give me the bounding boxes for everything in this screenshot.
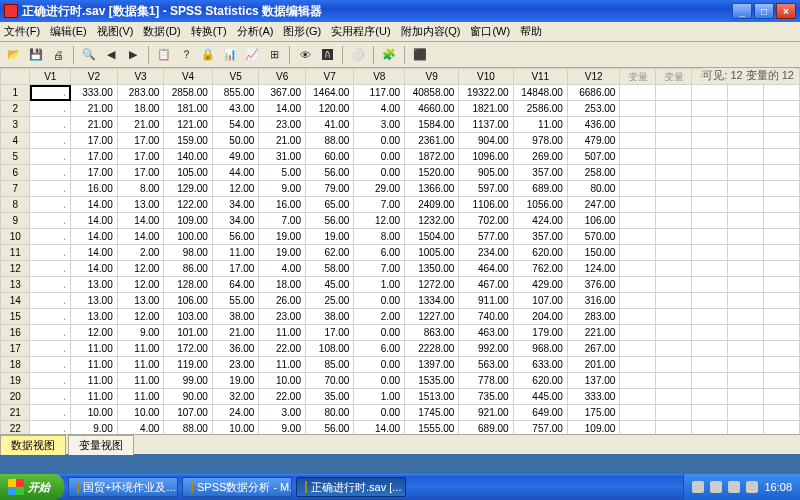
cell[interactable]: 18.00 xyxy=(117,101,164,117)
data-grid[interactable]: V1V2V3V4V5V6V7V8V9V10V11V12变量变量变量变量变量1.3… xyxy=(0,68,800,434)
empty-cell[interactable] xyxy=(763,213,799,229)
cell[interactable]: 757.00 xyxy=(513,421,567,435)
cell[interactable]: 29.00 xyxy=(354,181,405,197)
cell[interactable]: 62.00 xyxy=(306,245,354,261)
cell[interactable]: 253.00 xyxy=(567,101,619,117)
cell[interactable]: 333.00 xyxy=(567,389,619,405)
cell[interactable]: 2586.00 xyxy=(513,101,567,117)
cell[interactable]: 267.00 xyxy=(567,341,619,357)
cell[interactable]: 597.00 xyxy=(459,181,513,197)
cell[interactable]: 333.00 xyxy=(71,85,118,101)
empty-cell[interactable] xyxy=(620,293,656,309)
empty-cell[interactable] xyxy=(692,245,728,261)
empty-cell[interactable] xyxy=(620,405,656,421)
cell[interactable]: 1106.00 xyxy=(459,197,513,213)
cell[interactable]: 1520.00 xyxy=(405,165,459,181)
cell[interactable]: 13.00 xyxy=(71,309,118,325)
cell[interactable]: 1272.00 xyxy=(405,277,459,293)
cell[interactable]: 1096.00 xyxy=(459,149,513,165)
empty-cell[interactable] xyxy=(728,229,764,245)
empty-cell[interactable] xyxy=(763,261,799,277)
empty-cell[interactable] xyxy=(692,421,728,435)
cell[interactable]: 21.00 xyxy=(259,133,306,149)
empty-cell[interactable] xyxy=(620,117,656,133)
cell[interactable]: 49.00 xyxy=(212,149,259,165)
cell[interactable]: 283.00 xyxy=(567,309,619,325)
cell[interactable]: 6686.00 xyxy=(567,85,619,101)
empty-cell[interactable] xyxy=(692,181,728,197)
empty-cell[interactable] xyxy=(728,85,764,101)
row-header[interactable]: 15 xyxy=(1,309,30,325)
maximize-button[interactable]: □ xyxy=(754,3,774,19)
empty-cell[interactable] xyxy=(728,197,764,213)
cell[interactable]: 10.00 xyxy=(117,405,164,421)
empty-cell[interactable] xyxy=(620,277,656,293)
cell[interactable]: 107.00 xyxy=(164,405,212,421)
cell[interactable]: 4.00 xyxy=(354,101,405,117)
empty-cell[interactable] xyxy=(620,341,656,357)
cell[interactable]: 23.00 xyxy=(259,117,306,133)
cell[interactable]: 60.00 xyxy=(306,149,354,165)
cell[interactable]: 367.00 xyxy=(259,85,306,101)
empty-cell[interactable] xyxy=(620,197,656,213)
cell[interactable]: 16.00 xyxy=(71,181,118,197)
empty-cell[interactable] xyxy=(728,101,764,117)
cell[interactable]: . xyxy=(30,373,71,389)
empty-cell[interactable] xyxy=(692,405,728,421)
cell[interactable]: 11.00 xyxy=(71,389,118,405)
row-header[interactable]: 10 xyxy=(1,229,30,245)
cell[interactable]: 34.00 xyxy=(212,197,259,213)
empty-cell[interactable] xyxy=(763,421,799,435)
cell[interactable]: 2409.00 xyxy=(405,197,459,213)
empty-cell[interactable] xyxy=(620,261,656,277)
empty-cell[interactable] xyxy=(692,117,728,133)
empty-cell[interactable] xyxy=(620,181,656,197)
cell[interactable]: . xyxy=(30,421,71,435)
cell[interactable]: 1464.00 xyxy=(306,85,354,101)
cell[interactable]: 649.00 xyxy=(513,405,567,421)
cell[interactable]: 56.00 xyxy=(306,165,354,181)
column-header[interactable]: V7 xyxy=(306,69,354,85)
empty-cell[interactable] xyxy=(620,165,656,181)
empty-cell[interactable] xyxy=(692,357,728,373)
cell[interactable]: 128.00 xyxy=(164,277,212,293)
cell[interactable]: 17.00 xyxy=(306,325,354,341)
cell[interactable]: 3.00 xyxy=(354,117,405,133)
cell[interactable]: 50.00 xyxy=(212,133,259,149)
row-header[interactable]: 4 xyxy=(1,133,30,149)
cell[interactable]: 445.00 xyxy=(513,389,567,405)
cell[interactable]: 1350.00 xyxy=(405,261,459,277)
cell[interactable]: 357.00 xyxy=(513,229,567,245)
cell[interactable]: 1504.00 xyxy=(405,229,459,245)
cell[interactable]: 1745.00 xyxy=(405,405,459,421)
cell[interactable]: 106.00 xyxy=(164,293,212,309)
column-header[interactable]: V12 xyxy=(567,69,619,85)
cell[interactable]: 11.00 xyxy=(71,341,118,357)
cell[interactable]: 88.00 xyxy=(306,133,354,149)
close-button[interactable]: × xyxy=(776,3,796,19)
empty-cell[interactable] xyxy=(692,277,728,293)
row-header[interactable]: 20 xyxy=(1,389,30,405)
cell[interactable]: 11.00 xyxy=(259,357,306,373)
column-header[interactable]: V11 xyxy=(513,69,567,85)
empty-cell[interactable] xyxy=(763,389,799,405)
cell[interactable]: 44.00 xyxy=(212,165,259,181)
cell[interactable]: 14.00 xyxy=(117,229,164,245)
empty-cell[interactable] xyxy=(620,389,656,405)
row-header[interactable]: 3 xyxy=(1,117,30,133)
cell[interactable]: 2.00 xyxy=(354,309,405,325)
row-header[interactable]: 2 xyxy=(1,101,30,117)
cell[interactable]: 64.00 xyxy=(212,277,259,293)
empty-cell[interactable] xyxy=(656,197,692,213)
empty-cell[interactable] xyxy=(763,133,799,149)
empty-cell[interactable] xyxy=(620,357,656,373)
cell[interactable]: 55.00 xyxy=(212,293,259,309)
tray-icon[interactable] xyxy=(692,481,704,493)
cell[interactable]: 10.00 xyxy=(71,405,118,421)
tab-variable-view[interactable]: 变量视图 xyxy=(68,435,134,455)
cell[interactable]: 1584.00 xyxy=(405,117,459,133)
cell[interactable]: 204.00 xyxy=(513,309,567,325)
empty-cell[interactable] xyxy=(728,325,764,341)
cell[interactable]: 107.00 xyxy=(513,293,567,309)
cell[interactable]: 0.00 xyxy=(354,149,405,165)
